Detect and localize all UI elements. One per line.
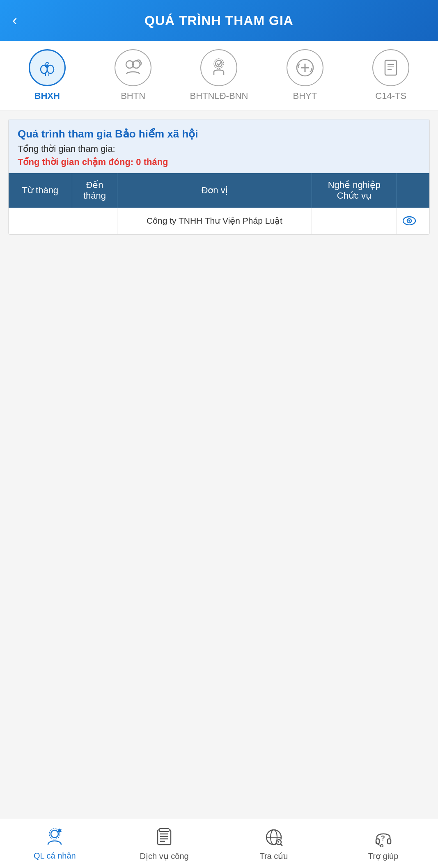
cell-unit: Công ty TNHH Thư Viện Pháp Luật [117, 208, 312, 234]
col-header-to: Đến tháng [72, 173, 117, 208]
svg-point-1 [47, 65, 54, 73]
tab-label-c14ts: C14-TS [375, 90, 406, 102]
app-header: ‹ QUÁ TRÌNH THAM GIA [0, 0, 438, 41]
cell-to [72, 208, 117, 234]
back-button[interactable]: ‹ [12, 12, 17, 29]
svg-point-37 [277, 841, 279, 843]
tab-label-bhtnld: BHTNLĐ-BNN [190, 90, 248, 102]
svg-line-36 [280, 844, 282, 845]
svg-point-40 [381, 845, 383, 847]
cell-occupation [312, 208, 397, 234]
svg-line-24 [58, 829, 58, 830]
tab-icon-bhtnld [200, 49, 237, 86]
svg-rect-30 [159, 829, 169, 831]
svg-text:?: ? [381, 835, 385, 842]
svg-point-17 [408, 220, 410, 222]
main-content: Quá trình tham gia Bảo hiểm xã hội Tổng … [0, 111, 438, 819]
section-subtitle: Tổng thời gian tham gia: [18, 144, 420, 154]
col-header-from: Từ tháng [9, 173, 72, 208]
tab-label-bhxh: BHXH [34, 90, 60, 102]
nav-icon-tro-giup: ? [373, 827, 394, 848]
col-header-occupation: Nghề nghiệp Chức vụ [312, 173, 397, 208]
nav-label-tra-cuu: Tra cứu [259, 851, 288, 861]
svg-rect-25 [158, 830, 171, 845]
section-card: Quá trình tham gia Bảo hiểm xã hội Tổng … [8, 119, 430, 235]
tab-icon-c14ts [372, 49, 409, 86]
nav-tra-cuu[interactable]: Tra cứu [233, 827, 315, 861]
nav-label-ql-ca-nhan: QL cá nhân [34, 851, 76, 861]
tab-label-bhtn: BHTN [121, 90, 145, 102]
tab-c14ts[interactable]: C14-TS [358, 49, 424, 102]
svg-rect-11 [385, 60, 397, 75]
nav-tro-giup[interactable]: ? Trợ giúp [342, 827, 424, 861]
nav-label-tro-giup: Trợ giúp [368, 851, 399, 861]
svg-rect-39 [388, 839, 391, 844]
bottom-navigation: QL cá nhân Dịch vụ công [0, 819, 438, 868]
cell-from [9, 208, 72, 234]
page-title: QUÁ TRÌNH THAM GIA [144, 13, 294, 28]
tabs-row: BHXH BHTN BHTNLĐ-BNN [0, 41, 438, 111]
nav-label-dich-vu-cong: Dịch vụ công [140, 851, 189, 861]
nav-icon-ql-ca-nhan [44, 827, 65, 848]
svg-line-23 [61, 829, 61, 830]
tab-bhtnld-bnn[interactable]: BHTNLĐ-BNN [186, 49, 252, 102]
nav-ql-ca-nhan[interactable]: QL cá nhân [14, 827, 96, 861]
cell-action[interactable] [397, 208, 429, 234]
table-header-row: Từ tháng Đến tháng Đơn vị Nghề nghiệp Ch… [9, 173, 429, 208]
tab-icon-bhyt [287, 49, 323, 86]
table-row: Công ty TNHH Thư Viện Pháp Luật [9, 208, 429, 234]
tab-icon-bhxh [29, 49, 66, 86]
tab-bhtn[interactable]: BHTN [100, 49, 166, 102]
section-header: Quá trình tham gia Bảo hiểm xã hội Tổng … [9, 119, 429, 173]
participation-table: Từ tháng Đến tháng Đơn vị Nghề nghiệp Ch… [9, 173, 429, 234]
col-header-unit: Đơn vị [117, 173, 312, 208]
tab-bhyt[interactable]: BHYT [272, 49, 338, 102]
col-header-action [397, 173, 429, 208]
nav-dich-vu-cong[interactable]: Dịch vụ công [123, 827, 205, 861]
section-title: Quá trình tham gia Bảo hiểm xã hội [18, 128, 420, 140]
tab-label-bhyt: BHYT [293, 90, 317, 102]
nav-icon-dich-vu-cong [154, 827, 175, 848]
nav-icon-tra-cuu [263, 827, 284, 848]
tab-bhxh[interactable]: BHXH [14, 49, 80, 102]
view-icon[interactable] [403, 216, 424, 225]
tab-icon-bhtn [115, 49, 151, 86]
section-warning: Tổng thời gian chậm đóng: 0 tháng [18, 157, 420, 167]
